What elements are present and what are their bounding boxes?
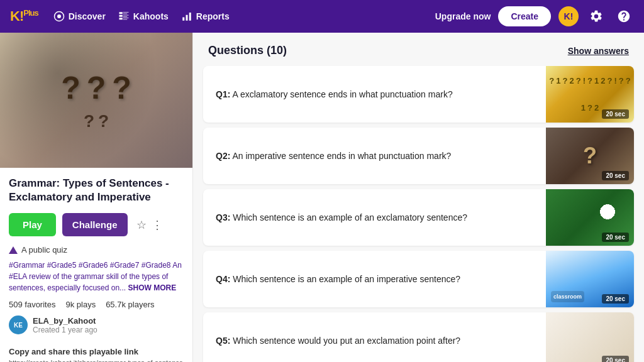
svg-rect-2 [119,12,122,14]
svg-rect-9 [123,18,128,18]
svg-rect-4 [123,14,127,14]
svg-rect-12 [186,15,187,21]
question-text-area: Q2: An imperative sentence ends in what … [203,140,546,173]
help-button[interactable] [614,6,634,26]
question-thumbnail: 20 sec [546,312,634,362]
question-label: Q1: [216,89,230,99]
question-thumbnail: ? 20 sec [546,128,634,184]
question-label: Q3: [216,212,230,222]
user-avatar[interactable]: K! [558,6,579,26]
share-link-section: Copy and share this playable link https:… [0,347,192,362]
share-link-label: Copy and share this playable link [9,347,184,356]
question-card: Q5: Which sentence would you put an excl… [203,312,634,362]
question-thumbnail: ?1?2 ?!?1 2?!? ?1?2 20 sec [546,66,634,123]
questions-count-title: Questions (10) [208,44,287,57]
more-options-button[interactable]: ⋮ [152,218,163,232]
players-stat: 65.7k players [106,300,154,309]
question-text: A exclamatory sentence ends in what punc… [232,89,452,99]
author-time: Created 1 year ago [33,326,97,334]
nav-kahoots-label: Kahoots [133,11,169,21]
kahoot-cover-image: ??? ?? [0,33,192,168]
topnav-right: Upgrade now Create K! [435,6,634,26]
svg-rect-6 [123,15,128,16]
discover-icon [53,11,65,22]
reports-icon [181,11,192,22]
top-navigation: K!Plus Discover Kahoots Reports Upgrade … [0,0,644,33]
question-text: Which sentence is an example of an excla… [233,212,467,222]
question-thumbnail: 20 sec [546,189,634,246]
question-card: Q1: A exclamatory sentence ends in what … [203,66,634,123]
question-text-area: Q3: Which sentence is an example of an e… [203,201,546,234]
sidebar-actions: Play Challenge ☆ ⋮ [9,213,184,236]
cover-decoration: ??? [61,70,131,106]
nav-reports-label: Reports [196,11,230,21]
nav-reports[interactable]: Reports [181,11,230,22]
kahoot-tags: #Grammar #Grade5 #Grade6 #Grade7 #Grade8… [9,260,184,293]
questions-list: Q1: A exclamatory sentence ends in what … [193,66,644,362]
arrow-up-icon [9,246,18,254]
questions-header: Questions (10) Show answers [193,33,644,66]
timer-badge: 20 sec [602,171,629,180]
svg-rect-3 [123,12,128,13]
timer-badge: 20 sec [602,356,629,362]
favorites-stat: 509 favorites [9,300,55,309]
question-text-area: Q1: A exclamatory sentence ends in what … [203,78,546,111]
question-label: Q5: [216,336,230,346]
nav-discover[interactable]: Discover [53,11,106,22]
svg-rect-8 [119,18,122,19]
question-label: Q4: [216,274,230,284]
timer-badge: 20 sec [602,109,629,119]
author-info: KE ELA_by_Kahoot Created 1 year ago [9,315,184,334]
upgrade-button[interactable]: Upgrade now [435,11,491,21]
app-logo[interactable]: K!Plus [10,8,38,25]
logo-k: K! [10,8,23,24]
challenge-button[interactable]: Challenge [62,213,128,236]
question-card: Q4: Which sentence is an example of an i… [203,251,634,307]
svg-rect-10 [123,19,127,20]
help-icon [617,9,631,23]
author-avatar: KE [9,315,28,334]
gear-icon [589,9,603,23]
nav-discover-label: Discover [69,11,106,21]
svg-rect-5 [119,15,122,17]
share-link-url[interactable]: https://create.kahoot.it/share/grammar-t… [9,359,184,362]
sidebar-info: Grammar: Types of Sentences - Exclamator… [0,168,192,347]
question-text-area: Q5: Which sentence would you put an excl… [203,324,546,358]
svg-rect-13 [189,13,191,21]
questions-panel: Questions (10) Show answers Q1: A exclam… [193,33,644,362]
kahoot-title: Grammar: Types of Sentences - Exclamator… [9,177,184,204]
logo-plus: Plus [23,8,38,18]
kahoots-icon [118,11,130,22]
question-card: Q2: An imperative sentence ends in what … [203,128,634,184]
svg-point-1 [57,14,61,18]
action-icons: ☆ ⋮ [136,218,163,232]
show-more-button[interactable]: SHOW MORE [128,283,176,292]
favorite-button[interactable]: ☆ [136,218,147,232]
question-text: Which sentence would you put an exclamat… [233,336,460,346]
author-name: ELA_by_Kahoot [33,316,97,326]
question-card: Q3: Which sentence is an example of an e… [203,189,634,246]
play-button[interactable]: Play [9,213,56,236]
kahoot-stats: 509 favorites 9k plays 65.7k players [9,300,184,309]
show-answers-link[interactable]: Show answers [568,46,629,56]
question-label: Q2: [216,151,230,161]
nav-kahoots[interactable]: Kahoots [118,11,169,22]
question-thumbnail: classroom 20 sec [546,251,634,307]
plays-stat: 9k plays [65,300,96,309]
nav-items: Discover Kahoots Reports [53,11,230,22]
question-text-area: Q4: Which sentence is an example of an i… [203,263,546,296]
create-button[interactable]: Create [498,6,551,26]
svg-rect-7 [123,16,127,17]
settings-button[interactable] [586,6,606,26]
main-layout: ??? ?? Grammar: Types of Sentences - Exc… [0,33,644,362]
question-text: An imperative sentence ends in what punc… [232,151,451,161]
thumbnail-content [546,312,634,362]
svg-rect-11 [182,18,184,21]
sidebar: ??? ?? Grammar: Types of Sentences - Exc… [0,33,193,362]
timer-badge: 20 sec [602,294,629,304]
timer-badge: 20 sec [602,233,629,242]
question-text: Which sentence is an example of an imper… [233,274,460,284]
quiz-type-label: A public quiz [21,245,67,255]
quiz-type: A public quiz [9,245,184,255]
